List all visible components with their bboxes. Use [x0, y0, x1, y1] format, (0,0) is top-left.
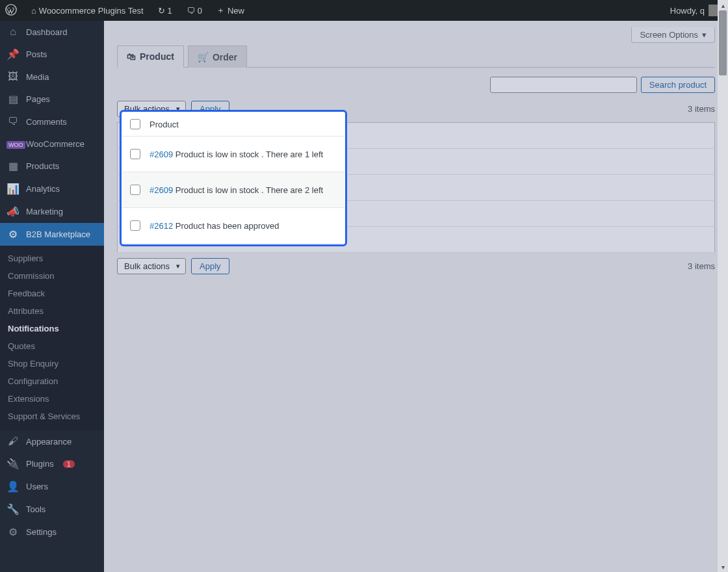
- home-icon: ⌂: [31, 6, 36, 16]
- wordpress-icon: [5, 4, 17, 18]
- new-content-link[interactable]: ＋ New: [211, 0, 250, 21]
- row-checkbox[interactable]: [130, 149, 140, 159]
- highlight-content: Product #2609 Product is low in stock . …: [122, 112, 344, 244]
- wp-logo[interactable]: [0, 0, 22, 21]
- sidebar-item-label: WooCommerce: [26, 139, 84, 149]
- chevron-down-icon: ▾: [702, 30, 707, 40]
- woo-icon: WOO: [6, 138, 20, 150]
- posts-icon: 📌: [6, 48, 20, 60]
- toolbar-account[interactable]: Howdy, q: [670, 5, 723, 16]
- sidebar-item-label: Appearance: [26, 437, 72, 447]
- sidebar-item-label: Posts: [26, 49, 47, 59]
- table-row: #2609 Product is low in stock . There ar…: [122, 172, 344, 208]
- comments-count: 0: [198, 6, 202, 16]
- sidebar-item-marketing[interactable]: 📣Marketing: [0, 200, 104, 223]
- submenu-item-commission[interactable]: Commission: [0, 267, 104, 285]
- sidebar-item-label: B2B Marketplace: [26, 229, 90, 239]
- sidebar-item-posts[interactable]: 📌Posts: [0, 43, 104, 66]
- sidebar-item-users[interactable]: 👤Users: [0, 475, 104, 498]
- search-button[interactable]: Search product: [641, 77, 715, 93]
- tab-label: Product: [140, 51, 174, 62]
- pages-icon: ▤: [6, 93, 20, 105]
- notification-link[interactable]: #2609: [150, 150, 173, 159]
- notification-text: Product has been approved: [173, 221, 279, 231]
- scroll-thumb[interactable]: [719, 10, 727, 75]
- row-checkbox[interactable]: [130, 185, 140, 195]
- sidebar-item-analytics[interactable]: 📊Analytics: [0, 177, 104, 200]
- hl-select-all-checkbox[interactable]: [130, 119, 140, 129]
- submenu-item-attributes[interactable]: Attributes: [0, 302, 104, 320]
- notification-link[interactable]: #2609: [150, 185, 173, 195]
- analytics-icon: 📊: [6, 183, 20, 195]
- sidebar-item-label: Dashboard: [26, 27, 68, 37]
- table-row: #2612 Product has been approved: [122, 208, 344, 244]
- sidebar-item-b2b-marketplace[interactable]: ⚙B2B Marketplace: [0, 223, 104, 246]
- notification-text: Product is low in stock . There are 1 le…: [173, 150, 323, 159]
- updates-count: 1: [168, 6, 172, 16]
- table-row: #2609 Product is low in stock . There ar…: [122, 136, 344, 172]
- site-name-link[interactable]: ⌂ Woocommerce Plugins Test: [26, 0, 149, 21]
- submenu-item-feedback[interactable]: Feedback: [0, 285, 104, 302]
- new-label: New: [228, 6, 244, 16]
- plugins-icon: 🔌: [6, 458, 20, 470]
- bulk-actions-select-bottom[interactable]: Bulk actions: [117, 258, 186, 274]
- sidebar-item-tools[interactable]: 🔧Tools: [0, 498, 104, 521]
- submenu-item-extensions[interactable]: Extensions: [0, 390, 104, 408]
- submenu-item-quotes[interactable]: Quotes: [0, 337, 104, 355]
- sidebar-item-dashboard[interactable]: ⌂Dashboard: [0, 21, 104, 43]
- apply-button-bottom[interactable]: Apply: [191, 258, 229, 274]
- sidebar-item-products[interactable]: ▦Products: [0, 155, 104, 177]
- notification-text: Product is low in stock . There are 2 le…: [173, 185, 323, 195]
- sidebar-item-media[interactable]: 🖼Media: [0, 66, 104, 88]
- sidebar-item-woocommerce[interactable]: WOOWooCommerce: [0, 133, 104, 155]
- admin-toolbar: ⌂ Woocommerce Plugins Test ↻ 1 🗨 0 ＋ New…: [0, 0, 728, 21]
- submenu-item-shop-enquiry[interactable]: Shop Enquiry: [0, 355, 104, 372]
- order-tab-icon: 🛒: [198, 52, 209, 62]
- plus-icon: ＋: [216, 5, 225, 16]
- media-icon: 🖼: [6, 71, 20, 83]
- vertical-scrollbar[interactable]: ▴ ▾: [718, 0, 728, 572]
- refresh-icon: ↻: [158, 6, 165, 16]
- submenu-item-notifications[interactable]: Notifications: [0, 320, 104, 337]
- howdy-text: Howdy, q: [670, 6, 705, 16]
- sidebar-item-appearance[interactable]: 🖌Appearance: [0, 430, 104, 452]
- screen-options-button[interactable]: Screen Options ▾: [631, 27, 715, 43]
- submenu-item-suppliers[interactable]: Suppliers: [0, 250, 104, 267]
- sidebar-item-label: Users: [26, 482, 48, 491]
- comments-link[interactable]: 🗨 0: [181, 0, 207, 21]
- scroll-up-button[interactable]: ▴: [718, 0, 728, 10]
- appearance-icon: 🖌: [6, 436, 20, 447]
- tab-order[interactable]: 🛒Order: [188, 46, 247, 68]
- dashboard-icon: ⌂: [6, 26, 20, 38]
- sidebar-item-label: Tools: [26, 504, 46, 514]
- tab-product[interactable]: 🛍Product: [117, 46, 184, 68]
- scroll-down-button[interactable]: ▾: [718, 562, 728, 572]
- sidebar-item-label: Plugins: [26, 459, 54, 469]
- sidebar-item-plugins[interactable]: 🔌Plugins1: [0, 452, 104, 475]
- sidebar-item-settings[interactable]: ⚙Settings: [0, 521, 104, 543]
- hl-header: Product: [150, 120, 179, 129]
- site-title: Woocommerce Plugins Test: [39, 6, 144, 16]
- sidebar-item-pages[interactable]: ▤Pages: [0, 88, 104, 110]
- row-checkbox[interactable]: [130, 220, 140, 231]
- marketing-icon: 📣: [6, 205, 20, 218]
- users-icon: 👤: [6, 480, 20, 493]
- submenu-item-configuration[interactable]: Configuration: [0, 372, 104, 390]
- settings-icon: ⚙: [6, 526, 20, 538]
- submenu-item-support-services[interactable]: Support & Services: [0, 408, 104, 425]
- sidebar-item-label: Marketing: [26, 207, 63, 216]
- sidebar-item-label: Media: [26, 72, 49, 82]
- search-input[interactable]: [490, 77, 637, 93]
- updates-link[interactable]: ↻ 1: [153, 0, 177, 21]
- sidebar-item-label: Comments: [26, 117, 67, 127]
- sidebar-item-label: Settings: [26, 527, 57, 537]
- b2b marketplace-icon: ⚙: [6, 228, 20, 240]
- products-icon: ▦: [6, 160, 20, 172]
- item-count-top: 3 items: [688, 104, 715, 114]
- notification-link[interactable]: #2612: [150, 221, 173, 231]
- tools-icon: 🔧: [6, 503, 20, 515]
- tab-bar: 🛍Product🛒Order: [117, 46, 715, 68]
- tab-label: Order: [213, 52, 237, 62]
- sidebar-item-label: Pages: [26, 94, 50, 104]
- sidebar-item-comments[interactable]: 🗨Comments: [0, 110, 104, 133]
